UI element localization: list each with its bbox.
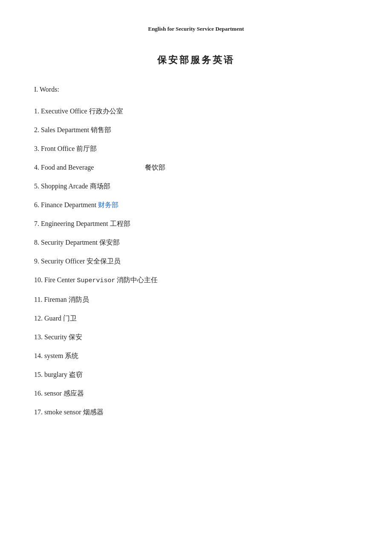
chinese-translation: 消防中心主任: [117, 276, 158, 283]
list-item: 3. Front Office 前厅部: [34, 144, 358, 154]
list-item: 12. Guard 门卫: [34, 313, 358, 324]
english-term: 5. Shopping Arcade: [34, 182, 88, 190]
list-item: 13. Security 保安: [34, 332, 358, 342]
english-term: 2. Sales Department: [34, 126, 89, 133]
list-item: 4. Food and Beverage餐饮部: [34, 162, 358, 173]
chinese-translation: 盗窃: [69, 371, 83, 378]
chinese-translation: 行政办公室: [89, 107, 123, 115]
section-title: I. Words:: [34, 86, 358, 93]
page-header: English for Security Service Department: [34, 26, 358, 32]
word-list: 1. Executive Office 行政办公室2. Sales Depart…: [34, 106, 358, 417]
list-item: 2. Sales Department 销售部: [34, 125, 358, 135]
english-term: 11. Fireman: [34, 296, 67, 303]
list-item: 7. Engineering Department 工程部: [34, 219, 358, 229]
list-item: 6. Finance Department 财务部: [34, 200, 358, 210]
header-title: English for Security Service Department: [148, 26, 244, 32]
list-item: 16. sensor 感应器: [34, 388, 358, 399]
english-term: 16. sensor: [34, 390, 62, 397]
list-item: 15. burglary 盗窃: [34, 370, 358, 380]
english-term: 9. Security Officer: [34, 257, 85, 265]
chinese-translation: 保安部: [99, 239, 120, 246]
chinese-translation: 销售部: [91, 126, 111, 133]
chinese-translation: 工程部: [110, 220, 130, 227]
list-item: 10. Fire Center Supervisor 消防中心主任: [34, 275, 358, 286]
english-term: 10. Fire Center Supervisor: [34, 276, 115, 283]
chinese-translation: 系统: [65, 352, 78, 359]
list-item: 5. Shopping Arcade 商场部: [34, 181, 358, 191]
english-term: 1. Executive Office: [34, 107, 87, 115]
english-term: 8. Security Department: [34, 239, 98, 246]
list-item: 11. Fireman 消防员: [34, 295, 358, 305]
english-term: 15. burglary: [34, 371, 67, 378]
chinese-translation: 安全保卫员: [86, 257, 121, 265]
chinese-translation: 门卫: [63, 315, 77, 322]
chinese-translation: 前厅部: [76, 145, 97, 152]
list-item: 1. Executive Office 行政办公室: [34, 106, 358, 116]
english-term: 7. Engineering Department: [34, 220, 108, 227]
english-term: 6. Finance Department: [34, 201, 96, 208]
english-term: 14. system: [34, 352, 63, 359]
chinese-translation: 烟感器: [83, 408, 104, 416]
list-item: 17. smoke sensor 烟感器: [34, 407, 358, 417]
english-term: 13. Security: [34, 333, 67, 341]
chinese-translation: 保安: [69, 333, 82, 341]
chinese-translation: 商场部: [90, 182, 110, 190]
list-item: 8. Security Department 保安部: [34, 237, 358, 248]
chinese-translation: 财务部: [98, 201, 118, 208]
list-item: 9. Security Officer 安全保卫员: [34, 256, 358, 266]
list-item: 14. system 系统: [34, 351, 358, 361]
english-term: 3. Front Office: [34, 145, 75, 152]
english-term: 12. Guard: [34, 315, 61, 322]
english-term: 17. smoke sensor: [34, 408, 81, 416]
chinese-translation: 感应器: [63, 390, 84, 397]
main-title: 保安部服务英语: [34, 54, 358, 66]
english-term: 4. Food and Beverage: [34, 164, 94, 171]
chinese-translation: 消防员: [69, 296, 89, 303]
chinese-translation: 餐饮部: [145, 164, 165, 171]
